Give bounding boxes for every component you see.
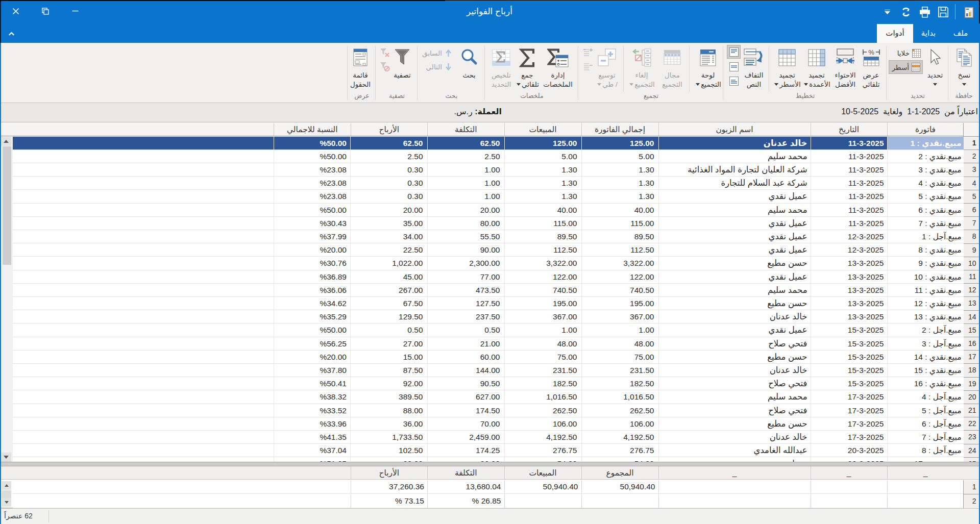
svg-text:%: % [868,48,874,56]
